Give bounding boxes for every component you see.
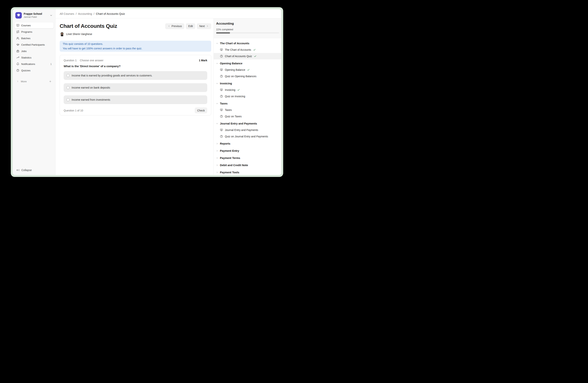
answer-option-label: Income earned from investments (72, 98, 110, 101)
sidebar-item-more[interactable]: More (14, 78, 54, 84)
breadcrumb: All Courses / Accounting / Chart of Acco… (60, 12, 125, 15)
check-icon (247, 69, 250, 71)
outline-item-quiz-on-journal-entry-and-payments[interactable]: Quiz on Journal Entry and Payments (214, 133, 281, 140)
outline-section-payment-tools[interactable]: Payment Tools (214, 169, 281, 175)
outline-item-quiz-on-opening-balances[interactable]: Quiz on Opening Balances (214, 73, 281, 79)
outline-item-chart-of-accounts-quiz[interactable]: Chart of Accounts Quiz (214, 53, 281, 59)
sidebar-item-batches[interactable]: Batches (14, 35, 54, 41)
sidebar-item-jobs[interactable]: Jobs (14, 48, 54, 54)
page-title: Chart of Accounts Quiz (60, 23, 117, 29)
chevron-down-icon (216, 122, 218, 125)
outline-section-invoicing[interactable]: Invoicing (214, 80, 281, 87)
sidebar-item-label: Jobs (21, 50, 27, 53)
workspace-switcher[interactable]: Frappe School Jannat Patel (14, 11, 54, 20)
body-row: Chart of Accounts Quiz Previous Edit (56, 18, 281, 175)
check-icon (253, 48, 256, 51)
edit-button[interactable]: Edit (186, 23, 195, 29)
workspace-user: Jannat Patel (24, 16, 42, 19)
workspace-name: Frappe School (24, 12, 42, 16)
plus-icon[interactable] (49, 80, 52, 83)
section-title: Payment Entry (220, 149, 239, 152)
chevron-right-icon (206, 25, 209, 27)
outline-item-label: Chart of Accounts Quiz (225, 55, 252, 58)
outline-section-opening-balance[interactable]: Opening Balance (214, 60, 281, 67)
outline-item-quiz-on-taxes[interactable]: Quiz on Taxes (214, 113, 281, 120)
page-header: Chart of Accounts Quiz Previous Edit (60, 23, 211, 29)
check-button[interactable]: Check (195, 108, 207, 113)
outline-item-invoicing[interactable]: Invoicing (214, 87, 281, 93)
chevron-down-icon (50, 14, 53, 17)
sidebar-item-label: Programs (21, 30, 32, 33)
lesson-icon (220, 129, 223, 132)
app-window: Frappe School Jannat Patel Courses Progr… (11, 7, 283, 177)
outline-section-chart-of-accounts[interactable]: The Chart of Accounts (214, 40, 281, 47)
course-title: Accounting (216, 22, 279, 26)
section-title: Opening Balance (220, 62, 242, 65)
answer-option[interactable]: Income earned on bank deposits (64, 83, 207, 92)
answer-option[interactable]: Income earned from investments (64, 95, 207, 104)
course-outline-panel: Accounting 22% completed The Chart of Ac… (213, 18, 281, 175)
sidebar-item-label: Courses (21, 24, 31, 27)
sidebar-item-statistics[interactable]: Statistics (14, 55, 54, 60)
section-title: Payment Tools (220, 171, 239, 174)
chevron-right-icon (216, 150, 218, 152)
outline-section-reports[interactable]: Reports (214, 140, 281, 147)
outline-item-opening-balance[interactable]: Opening Balance (214, 67, 281, 73)
section-title: Reports (220, 142, 230, 145)
outline-item-journal-entry-and-payments[interactable]: Journal Entry and Payments (214, 127, 281, 133)
outline-item-taxes[interactable]: Taxes (214, 107, 281, 113)
radio-button[interactable] (66, 98, 69, 101)
outline-section-journal-entry-and-payments[interactable]: Journal Entry and Payments (214, 120, 281, 127)
question-card: Question 1: Choose one answer 1 Mark Wha… (60, 55, 211, 115)
outline-item-label: Opening Balance (225, 68, 245, 71)
outline-section-payment-terms[interactable]: Payment Terms (214, 155, 281, 161)
breadcrumb-all-courses[interactable]: All Courses (60, 12, 74, 15)
lesson-icon (220, 68, 223, 71)
course-outline-list: The Chart of Accounts The Chart of Accou… (214, 38, 281, 175)
outline-item-label: Quiz on Invoicing (225, 95, 245, 98)
sidebar-item-notifications[interactable]: Notifications 1 (14, 61, 54, 67)
sidebar-item-certified-participants[interactable]: Certified Participants (14, 42, 54, 48)
sidebar-item-quizzes[interactable]: Quizzes (14, 67, 54, 74)
chevron-right-icon (216, 171, 218, 173)
section-title: Invoicing (220, 82, 232, 85)
book-open-icon (16, 24, 19, 27)
frappe-school-logo (15, 12, 22, 19)
question-text: What is the 'Direct Income' of a company… (64, 64, 207, 68)
sidebar-item-courses[interactable]: Courses (14, 22, 54, 28)
outline-item-quiz-on-invoicing[interactable]: Quiz on Invoicing (214, 93, 281, 99)
sidebar-item-label: Statistics (21, 56, 31, 59)
quiz-instructions-banner: This quiz consists of 10 questions. You … (60, 41, 211, 52)
outline-item-label: Quiz on Journal Entry and Payments (225, 135, 268, 138)
outline-item-the-chart-of-accounts[interactable]: The Chart of Accounts (214, 47, 281, 53)
sidebar-item-label: Quizzes (21, 69, 30, 72)
lesson-icon (220, 48, 223, 51)
outline-section-debit-and-credit-note[interactable]: Debit and Credit Note (214, 162, 281, 168)
avatar (60, 32, 64, 36)
sidebar-item-programs[interactable]: Programs (14, 29, 54, 35)
previous-button[interactable]: Previous (165, 23, 184, 29)
chevron-right-icon (216, 164, 218, 166)
chevron-down-icon (216, 62, 218, 64)
radio-button[interactable] (66, 86, 69, 89)
breadcrumb-accounting[interactable]: Accounting (78, 12, 92, 15)
outline-section-taxes[interactable]: Taxes (214, 100, 281, 107)
sidebar-item-label: Notifications (21, 63, 35, 65)
outline-section-payment-entry[interactable]: Payment Entry (214, 148, 281, 154)
briefcase-icon (16, 50, 19, 53)
question-marks: 1 Mark (199, 59, 207, 62)
outline-item-label: Taxes (225, 108, 232, 112)
radio-button[interactable] (66, 74, 69, 77)
outline-item-label: Quiz on Taxes (225, 115, 242, 118)
outline-item-label: Quiz on Opening Balances (225, 75, 256, 78)
collapse-sidebar-button[interactable]: Collapse (14, 167, 54, 173)
answer-option[interactable]: Income that is earned by providing goods… (64, 71, 207, 80)
next-button[interactable]: Next (197, 23, 211, 29)
chevron-right-icon (216, 157, 218, 159)
previous-label: Previous (172, 25, 182, 28)
chevron-down-icon (216, 102, 218, 105)
lesson-icon (220, 108, 223, 112)
users-icon (16, 37, 19, 40)
chevron-down-icon (216, 82, 218, 85)
section-title: Taxes (220, 102, 228, 105)
